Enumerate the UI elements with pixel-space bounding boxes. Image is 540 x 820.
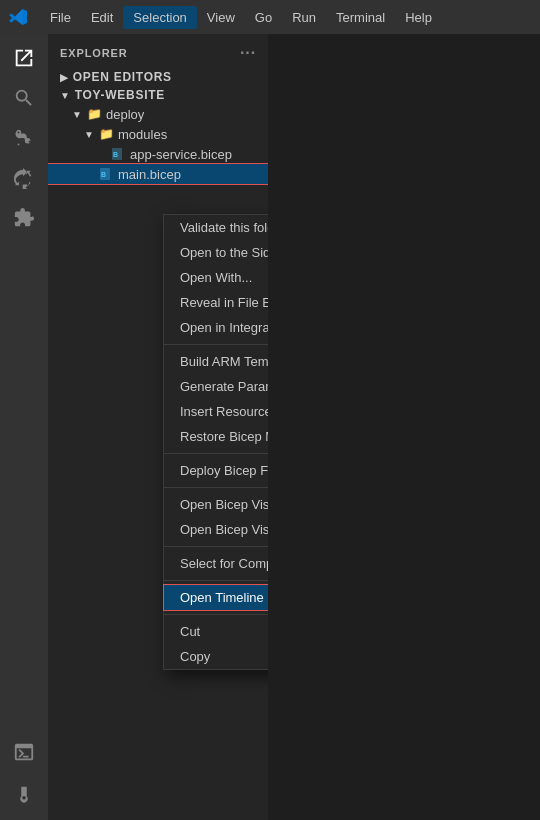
ctx-generate-params[interactable]: Generate Parameters File: [164, 374, 268, 399]
sidebar: EXPLORER ··· ▶ OPEN EDITORS ▼ TOY-WEBSIT…: [48, 34, 268, 820]
tree-item-main-bicep[interactable]: B main.bicep: [48, 164, 268, 184]
ctx-cut[interactable]: Cut Ctrl+X: [164, 619, 268, 644]
terminal-activity-icon[interactable]: [8, 736, 40, 768]
tree-item-deploy[interactable]: ▼ 📁 deploy: [48, 104, 268, 124]
ctx-select-compare[interactable]: Select for Compare: [164, 551, 268, 576]
svg-text:B: B: [101, 171, 106, 178]
ctx-separator-1: [164, 344, 268, 345]
menu-view[interactable]: View: [197, 6, 245, 29]
toy-website-chevron: ▼: [60, 90, 71, 101]
ctx-open-integrated-terminal-label: Open in Integrated Terminal: [180, 320, 268, 335]
search-activity-icon[interactable]: [8, 82, 40, 114]
menu-file[interactable]: File: [40, 6, 81, 29]
modules-label: modules: [118, 127, 167, 142]
ctx-deploy-bicep[interactable]: Deploy Bicep File...: [164, 458, 268, 483]
toy-website-label: TOY-WEBSITE: [75, 88, 165, 102]
ctx-separator-3: [164, 487, 268, 488]
ctx-open-visualizer-side-label: Open Bicep Visualizer to the Side: [180, 522, 268, 537]
ctx-reveal-file-explorer-label: Reveal in File Explorer: [180, 295, 268, 310]
menu-help[interactable]: Help: [395, 6, 442, 29]
activity-bar: [0, 34, 48, 820]
ctx-reveal-file-explorer[interactable]: Reveal in File Explorer Shift+Alt+R: [164, 290, 268, 315]
open-editors-section[interactable]: ▶ OPEN EDITORS: [48, 68, 268, 86]
ctx-open-to-side[interactable]: Open to the Side Ctrl+Enter: [164, 240, 268, 265]
sidebar-more-button[interactable]: ···: [240, 44, 256, 62]
ctx-open-timeline[interactable]: Open Timeline: [164, 585, 268, 610]
tree-item-app-service[interactable]: B app-service.bicep: [48, 144, 268, 164]
app-service-bicep-icon: B: [110, 146, 126, 162]
ctx-build-arm-label: Build ARM Template: [180, 354, 268, 369]
menu-terminal[interactable]: Terminal: [326, 6, 395, 29]
source-control-activity-icon[interactable]: [8, 122, 40, 154]
menu-run[interactable]: Run: [282, 6, 326, 29]
ctx-open-timeline-label: Open Timeline: [180, 590, 264, 605]
ctx-open-visualizer-side[interactable]: Open Bicep Visualizer to the Side Ctrl+K…: [164, 517, 268, 542]
ctx-open-visualizer[interactable]: Open Bicep Visualizer: [164, 492, 268, 517]
debug-activity-icon[interactable]: [8, 162, 40, 194]
explorer-title: EXPLORER: [60, 47, 128, 59]
test-activity-icon[interactable]: [8, 780, 40, 812]
sidebar-header: EXPLORER ···: [48, 34, 268, 68]
explorer-activity-icon[interactable]: [8, 42, 40, 74]
ctx-separator-2: [164, 453, 268, 454]
modules-folder-icon: 📁: [98, 126, 114, 142]
toy-website-section[interactable]: ▼ TOY-WEBSITE: [48, 86, 268, 104]
deploy-label: deploy: [106, 107, 144, 122]
main-layout: EXPLORER ··· ▶ OPEN EDITORS ▼ TOY-WEBSIT…: [0, 34, 540, 820]
context-menu: Validate this folder Open to the Side Ct…: [163, 214, 268, 670]
tree-item-modules[interactable]: ▼ 📁 modules: [48, 124, 268, 144]
ctx-generate-params-label: Generate Parameters File: [180, 379, 268, 394]
ctx-insert-resource[interactable]: Insert Resource... Ctrl+K I: [164, 399, 268, 424]
app-service-label: app-service.bicep: [130, 147, 232, 162]
open-editors-label: OPEN EDITORS: [73, 70, 172, 84]
ctx-restore-bicep-label: Restore Bicep Modules (Force): [180, 429, 268, 444]
editor-area: [268, 34, 540, 820]
ctx-open-visualizer-label: Open Bicep Visualizer: [180, 497, 268, 512]
ctx-separator-5: [164, 580, 268, 581]
main-bicep-file-icon: B: [98, 166, 114, 182]
ctx-select-compare-label: Select for Compare: [180, 556, 268, 571]
ctx-separator-4: [164, 546, 268, 547]
ctx-open-with-label: Open With...: [180, 270, 252, 285]
ctx-restore-bicep[interactable]: Restore Bicep Modules (Force) Ctrl+M R: [164, 424, 268, 449]
ctx-insert-resource-label: Insert Resource...: [180, 404, 268, 419]
ctx-validate-folder[interactable]: Validate this folder: [164, 215, 268, 240]
ctx-separator-6: [164, 614, 268, 615]
deploy-folder-icon: 📁: [86, 106, 102, 122]
ctx-build-arm[interactable]: Build ARM Template Ctrl+Shift+B: [164, 349, 268, 374]
ctx-validate-folder-label: Validate this folder: [180, 220, 268, 235]
ctx-open-with[interactable]: Open With...: [164, 265, 268, 290]
title-bar: File Edit Selection View Go Run Terminal…: [0, 0, 540, 34]
open-editors-chevron: ▶: [60, 72, 69, 83]
ctx-copy[interactable]: Copy Ctrl+C: [164, 644, 268, 669]
extensions-activity-icon[interactable]: [8, 202, 40, 234]
deploy-chevron-icon: ▼: [72, 109, 86, 120]
ctx-open-integrated-terminal[interactable]: Open in Integrated Terminal: [164, 315, 268, 340]
ctx-deploy-bicep-label: Deploy Bicep File...: [180, 463, 268, 478]
ctx-open-to-side-label: Open to the Side: [180, 245, 268, 260]
ctx-copy-label: Copy: [180, 649, 210, 664]
menu-go[interactable]: Go: [245, 6, 282, 29]
menu-selection[interactable]: Selection: [123, 6, 196, 29]
menu-bar: File Edit Selection View Go Run Terminal…: [40, 6, 442, 29]
main-bicep-label: main.bicep: [118, 167, 181, 182]
svg-text:B: B: [113, 151, 118, 158]
ctx-cut-label: Cut: [180, 624, 200, 639]
modules-chevron-icon: ▼: [84, 129, 98, 140]
menu-edit[interactable]: Edit: [81, 6, 123, 29]
vscode-logo: [8, 7, 28, 27]
